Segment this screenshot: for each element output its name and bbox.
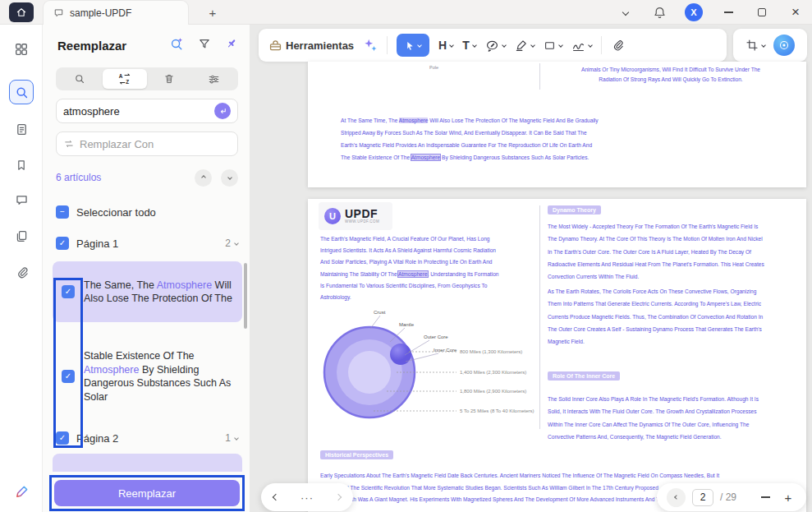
pdf-text-line: Animals Or Tiny Microorganisms, Will Fin… <box>548 67 794 72</box>
back-view-button[interactable] <box>667 488 686 507</box>
mode-replace-tab[interactable]: A Z <box>103 69 148 89</box>
replace-input[interactable] <box>80 138 231 150</box>
crop-icon <box>745 39 759 52</box>
collapse-toolbar-button[interactable] <box>617 4 634 21</box>
page-1-checkbox[interactable]: ✓ <box>56 237 69 250</box>
crop-tool-button[interactable] <box>745 39 765 52</box>
next-result-button[interactable] <box>221 169 238 187</box>
home-button[interactable] <box>9 2 34 22</box>
aperture-icon <box>778 39 790 51</box>
sidebar-item-attachments[interactable] <box>9 260 34 284</box>
zoom-in-button[interactable]: + <box>780 489 796 505</box>
search-result-item-1[interactable]: ✓ The Same, The Atmosphere Will Also Los… <box>53 261 242 322</box>
sidebar-item-pages[interactable] <box>9 224 34 248</box>
replace-button[interactable]: Reemplazar <box>54 480 240 506</box>
mode-settings-tab[interactable] <box>192 69 237 89</box>
replace-with-field <box>56 131 238 156</box>
page-group-row-1[interactable]: ✓ Página 1 2 <box>56 234 238 252</box>
user-avatar[interactable]: X <box>685 3 703 21</box>
chevron-down-icon <box>588 43 593 48</box>
comment-tool-button[interactable] <box>485 39 506 53</box>
attach-file-button[interactable] <box>611 39 624 52</box>
earth-layers-diagram: Crust Mantle Outer Core Inner Core 800 M… <box>314 302 544 438</box>
search-submit-button[interactable] <box>214 103 231 119</box>
pdf-text-line: Radioactive Elements And Residual Heat F… <box>548 258 764 270</box>
search-input[interactable] <box>63 105 209 118</box>
sidebar-item-signature[interactable] <box>9 479 34 504</box>
page-2-checkbox[interactable]: ✓ <box>56 431 69 445</box>
next-page-button[interactable] <box>335 494 342 500</box>
sidebar-item-search[interactable] <box>9 80 34 104</box>
updf-app-window: sample-UPDF + X × <box>0 0 812 512</box>
minimize-icon <box>724 12 733 13</box>
tools-menu-button[interactable]: Herramientas <box>268 39 354 53</box>
pdf-text-line: Within The Inner Core Can Affect The Dyn… <box>548 418 759 431</box>
minimize-button[interactable] <box>720 4 736 21</box>
chevron-down-icon <box>530 43 535 48</box>
select-all-row[interactable]: − Seleccionar todo <box>56 203 238 221</box>
page-group-row-2[interactable]: ✓ Página 2 1 <box>56 429 238 447</box>
sidebar-item-thumbnails[interactable] <box>9 117 34 141</box>
logo-text: UPDF <box>345 209 379 219</box>
partial-result-item[interactable] <box>53 454 242 472</box>
search-match-selected: Atmosphere <box>398 271 428 277</box>
column-divider <box>539 205 540 429</box>
sidebar-item-grid-menu[interactable] <box>9 37 34 62</box>
pdf-text-line: The Stable Existence Of The Atmosphere B… <box>341 151 599 164</box>
inner-core-paragraph: The Solid Inner Core Also Plays A Role I… <box>548 393 759 443</box>
page-number-input[interactable] <box>692 489 713 506</box>
cursor-icon <box>405 40 415 51</box>
previous-result-button[interactable] <box>195 169 212 187</box>
pdf-text-line: Convective Patterns And, Consequently, T… <box>548 431 759 443</box>
notifications-button[interactable] <box>651 4 667 21</box>
page-total-label: / 29 <box>720 491 736 503</box>
highlighter-tool-button[interactable] <box>515 39 534 52</box>
pin-panel-button[interactable] <box>225 37 238 50</box>
translate-tool-button[interactable] <box>773 35 795 56</box>
pdf-page-1: Pole Animals Or Tiny Microorganisms, Wil… <box>308 62 806 187</box>
pdf-text-line: Magnetic Field. <box>548 335 763 348</box>
sidebar-item-bookmarks[interactable] <box>9 153 34 178</box>
pdf-text-line: Them Into Patterns That Generate Electri… <box>548 298 763 310</box>
pdf-text-line: And Solar Particles, Playing A Vital Rol… <box>320 256 498 268</box>
tools-label: Herramientas <box>286 39 354 52</box>
search-sparkle-icon <box>169 36 184 51</box>
new-tab-button[interactable]: + <box>204 3 222 21</box>
select-all-checkbox[interactable]: − <box>56 205 69 219</box>
find-replace-icon: A Z <box>117 72 132 85</box>
search-field <box>56 99 238 123</box>
section-heading: Dynamo Theory <box>548 205 601 214</box>
text-tool-button[interactable]: T <box>462 39 476 52</box>
result-2-checkbox[interactable]: ✓ <box>62 370 75 383</box>
select-tool-button[interactable] <box>397 34 429 57</box>
chevron-up-icon <box>201 175 206 180</box>
ai-assistant-button[interactable] <box>363 38 378 53</box>
shape-tool-button[interactable] <box>544 39 562 52</box>
select-all-label: Seleccionar todo <box>76 206 156 219</box>
document-tab[interactable]: sample-UPDF <box>43 0 189 25</box>
close-button[interactable]: × <box>787 4 804 21</box>
more-options-button[interactable]: ··· <box>300 491 314 504</box>
previous-page-button[interactable] <box>273 494 279 500</box>
enter-arrow-icon <box>218 107 227 116</box>
sidebar-item-comments[interactable] <box>9 187 34 212</box>
mode-search-tab[interactable] <box>57 69 103 89</box>
maximize-button[interactable] <box>754 4 770 21</box>
ai-search-button[interactable] <box>169 36 184 51</box>
signature-tool-button[interactable] <box>571 39 592 53</box>
mode-delete-tab[interactable] <box>147 69 192 89</box>
pdf-text-line: The Earth's Magnetic Field, A Crucial Fe… <box>320 233 498 245</box>
layer-label: Crust <box>374 310 386 315</box>
header-tool-button[interactable]: H <box>438 39 453 52</box>
result-1-checkbox[interactable]: ✓ <box>62 285 75 298</box>
search-result-item-2[interactable]: ✓ Stable Existence Of The Atmosphere By … <box>53 335 242 417</box>
updf-logo-icon: U <box>324 208 341 224</box>
chevron-down-icon[interactable] <box>234 241 239 246</box>
panel-scrollbar[interactable] <box>244 263 247 329</box>
chevron-down-icon[interactable] <box>234 436 239 441</box>
pdf-text-line: Is Fundamental To Various Scientific Dis… <box>320 280 498 292</box>
pdf-text-line: The Dynamo Theory. At The Core Of This T… <box>548 233 764 245</box>
filter-button[interactable] <box>198 37 211 50</box>
zoom-out-button[interactable] <box>757 489 773 505</box>
page1-right-column: Animals Or Tiny Microorganisms, Will Fin… <box>548 67 794 82</box>
